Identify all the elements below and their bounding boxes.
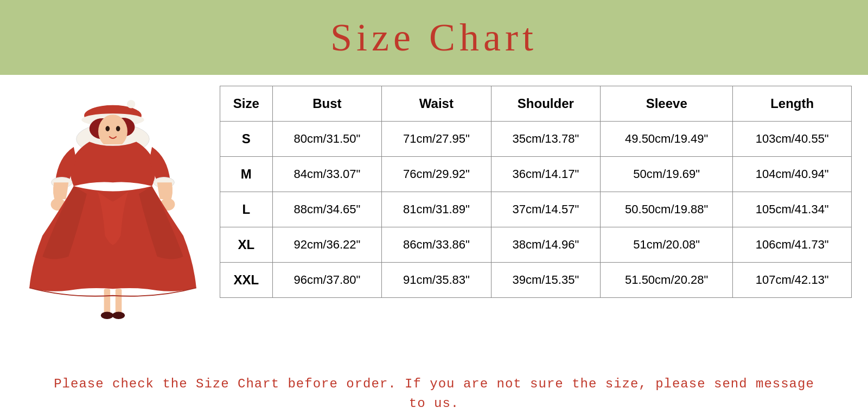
svg-point-9 <box>105 126 110 131</box>
table-row: M84cm/33.07"76cm/29.92"36cm/14.17"50cm/1… <box>220 157 852 192</box>
waist-cell: 81cm/31.89" <box>382 192 491 227</box>
table-header-row: Size Bust Waist Shoulder Sleeve Length <box>220 86 852 122</box>
footer-text: Please check the Size Chart before order… <box>0 365 868 420</box>
size-cell: S <box>220 122 273 157</box>
svg-point-17 <box>100 312 113 319</box>
col-header-bust: Bust <box>272 86 381 122</box>
sleeve-cell: 49.50cm/19.49" <box>601 122 733 157</box>
length-cell: 105cm/41.34" <box>733 192 852 227</box>
waist-cell: 76cm/29.92" <box>382 157 491 192</box>
dress-image-area <box>16 86 209 365</box>
bust-cell: 88cm/34.65" <box>272 192 381 227</box>
length-cell: 107cm/42.13" <box>733 263 852 298</box>
svg-rect-16 <box>115 289 122 315</box>
col-header-length: Length <box>733 86 852 122</box>
bust-cell: 84cm/33.07" <box>272 157 381 192</box>
length-cell: 106cm/41.73" <box>733 227 852 263</box>
svg-point-5 <box>126 100 135 108</box>
shoulder-cell: 35cm/13.78" <box>491 122 600 157</box>
bust-cell: 96cm/37.80" <box>272 263 381 298</box>
length-cell: 103cm/40.55" <box>733 122 852 157</box>
size-chart-table: Size Bust Waist Shoulder Sleeve Length S… <box>220 86 852 298</box>
footer-line1: Please check the Size Chart before order… <box>54 377 814 391</box>
size-chart-table-area: Size Bust Waist Shoulder Sleeve Length S… <box>209 86 852 365</box>
waist-cell: 86cm/33.86" <box>382 227 491 263</box>
sleeve-cell: 51cm/20.08" <box>601 227 733 263</box>
header-banner: Size Chart <box>0 0 868 75</box>
size-cell: XXL <box>220 263 273 298</box>
main-content: Size Bust Waist Shoulder Sleeve Length S… <box>0 75 868 365</box>
page-wrapper: Size Chart <box>0 0 868 420</box>
svg-point-10 <box>116 126 120 131</box>
dress-illustration <box>23 90 202 361</box>
shoulder-cell: 39cm/15.35" <box>491 263 600 298</box>
page-title: Size Chart <box>330 15 538 60</box>
col-header-sleeve: Sleeve <box>601 86 733 122</box>
waist-cell: 91cm/35.83" <box>382 263 491 298</box>
bust-cell: 80cm/31.50" <box>272 122 381 157</box>
shoulder-cell: 36cm/14.17" <box>491 157 600 192</box>
svg-point-8 <box>98 114 127 148</box>
table-row: L88cm/34.65"81cm/31.89"37cm/14.57"50.50c… <box>220 192 852 227</box>
sleeve-cell: 50cm/19.69" <box>601 157 733 192</box>
sleeve-cell: 51.50cm/20.28" <box>601 263 733 298</box>
length-cell: 104cm/40.94" <box>733 157 852 192</box>
shoulder-cell: 38cm/14.96" <box>491 227 600 263</box>
bust-cell: 92cm/36.22" <box>272 227 381 263</box>
table-row: XXL96cm/37.80"91cm/35.83"39cm/15.35"51.5… <box>220 263 852 298</box>
size-cell: M <box>220 157 273 192</box>
sleeve-cell: 50.50cm/19.88" <box>601 192 733 227</box>
svg-point-18 <box>112 312 125 319</box>
waist-cell: 71cm/27.95" <box>382 122 491 157</box>
col-header-waist: Waist <box>382 86 491 122</box>
col-header-shoulder: Shoulder <box>491 86 600 122</box>
shoulder-cell: 37cm/14.57" <box>491 192 600 227</box>
col-header-size: Size <box>220 86 273 122</box>
size-cell: L <box>220 192 273 227</box>
table-row: S80cm/31.50"71cm/27.95"35cm/13.78"49.50c… <box>220 122 852 157</box>
table-row: XL92cm/36.22"86cm/33.86"38cm/14.96"51cm/… <box>220 227 852 263</box>
size-cell: XL <box>220 227 273 263</box>
footer-line2: to us. <box>409 396 459 411</box>
svg-rect-15 <box>104 289 110 315</box>
